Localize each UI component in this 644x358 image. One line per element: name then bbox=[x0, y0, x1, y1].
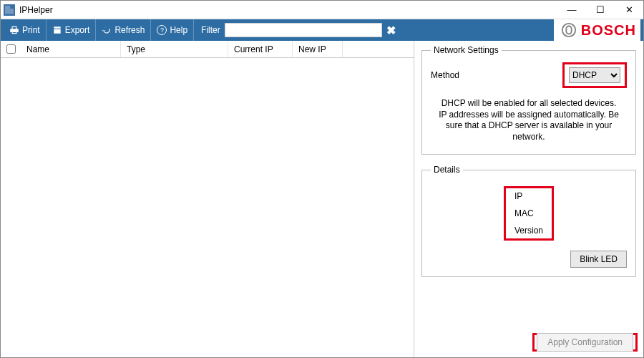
method-select[interactable]: DHCP bbox=[569, 67, 620, 83]
network-settings-legend: Network Settings bbox=[431, 45, 502, 55]
help-button[interactable]: ? Help bbox=[151, 19, 194, 41]
column-header-spacer bbox=[343, 41, 414, 57]
blink-led-button[interactable]: Blink LED bbox=[570, 251, 627, 268]
details-actions: Blink LED bbox=[431, 251, 627, 268]
grid-header: Name Type Current IP New IP bbox=[1, 41, 414, 58]
filter-label: Filter bbox=[194, 25, 225, 35]
column-header-current-ip[interactable]: Current IP bbox=[228, 41, 293, 57]
apply-wrap: Apply Configuration bbox=[532, 333, 638, 352]
apply-highlight: Apply Configuration bbox=[532, 333, 638, 352]
method-label: Method bbox=[431, 70, 459, 80]
help-icon: ? bbox=[157, 25, 167, 35]
svg-rect-1 bbox=[566, 26, 571, 34]
select-all-checkbox[interactable] bbox=[6, 44, 16, 54]
app-icon bbox=[4, 4, 15, 16]
grid-body[interactable] bbox=[1, 58, 414, 357]
filter-clear-button[interactable]: ✖ bbox=[382, 24, 401, 37]
window-controls: — ☐ ✕ bbox=[557, 1, 643, 19]
maximize-button[interactable]: ☐ bbox=[586, 1, 615, 19]
main-area: Name Type Current IP New IP Network Sett… bbox=[1, 41, 643, 357]
app-window: IPHelper — ☐ ✕ Print Export Refresh ? He… bbox=[0, 0, 644, 358]
brand-logo: BOSCH bbox=[554, 19, 640, 41]
refresh-icon bbox=[102, 25, 112, 35]
refresh-button[interactable]: Refresh bbox=[96, 19, 151, 41]
details-mac-label: MAC bbox=[514, 208, 543, 218]
export-label: Export bbox=[65, 25, 90, 35]
details-legend: Details bbox=[431, 165, 463, 175]
printer-icon bbox=[9, 25, 19, 35]
device-grid-pane: Name Type Current IP New IP bbox=[1, 41, 414, 357]
dhcp-message: DHCP will be enabled for all selected de… bbox=[431, 98, 627, 145]
network-settings-group: Network Settings Method DHCP DHCP will b… bbox=[421, 45, 636, 155]
toolbar: Print Export Refresh ? Help Filter ✖ BOS… bbox=[1, 19, 643, 41]
details-highlight: IP MAC Version bbox=[504, 186, 554, 241]
column-header-new-ip[interactable]: New IP bbox=[293, 41, 343, 57]
brand-name: BOSCH bbox=[581, 22, 636, 39]
help-label: Help bbox=[170, 25, 187, 35]
window-title: IPHelper bbox=[19, 5, 53, 15]
export-button[interactable]: Export bbox=[47, 19, 97, 41]
column-header-type[interactable]: Type bbox=[121, 41, 228, 57]
bosch-emblem-icon bbox=[561, 22, 577, 38]
select-all-cell bbox=[1, 42, 21, 56]
method-row: Method DHCP bbox=[431, 62, 627, 88]
csv-export-icon bbox=[52, 25, 62, 35]
title-bar-left: IPHelper bbox=[1, 4, 53, 16]
details-group: Details IP MAC Version Blink LED bbox=[421, 165, 636, 277]
filter-input[interactable] bbox=[225, 23, 382, 37]
x-icon: ✖ bbox=[386, 24, 396, 37]
details-ip-label: IP bbox=[514, 191, 543, 201]
close-button[interactable]: ✕ bbox=[615, 1, 643, 19]
print-button[interactable]: Print bbox=[4, 19, 47, 41]
print-label: Print bbox=[22, 25, 40, 35]
minimize-button[interactable]: — bbox=[557, 1, 586, 19]
column-header-name[interactable]: Name bbox=[21, 41, 121, 57]
title-bar: IPHelper — ☐ ✕ bbox=[1, 1, 643, 19]
refresh-label: Refresh bbox=[114, 25, 145, 35]
settings-pane: Network Settings Method DHCP DHCP will b… bbox=[414, 41, 643, 357]
apply-configuration-button[interactable]: Apply Configuration bbox=[537, 333, 633, 352]
details-version-label: Version bbox=[514, 226, 543, 236]
method-highlight: DHCP bbox=[562, 62, 627, 88]
